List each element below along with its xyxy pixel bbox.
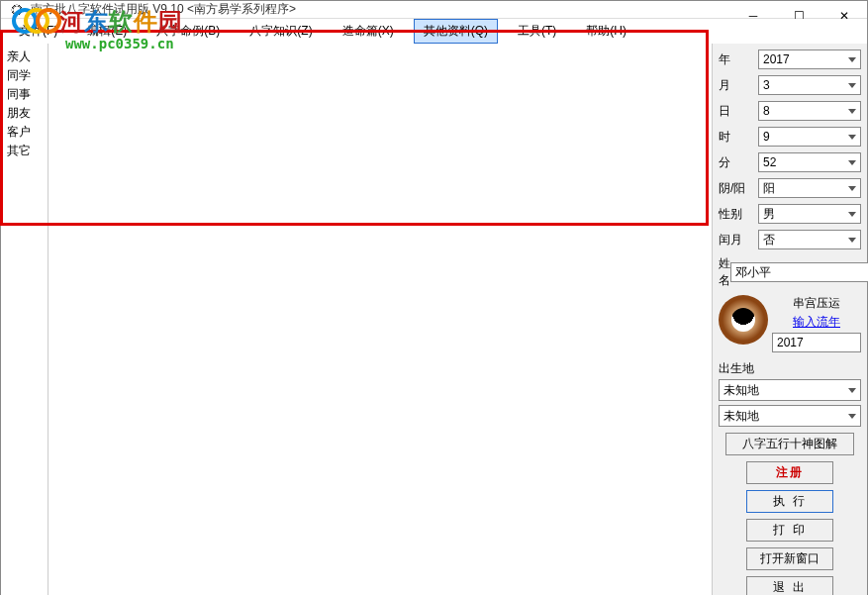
yinyang-label: 阴/阳 bbox=[719, 180, 758, 197]
list-item[interactable]: 同学 bbox=[1, 66, 48, 85]
month-label: 月 bbox=[719, 77, 758, 94]
list-item[interactable]: 朋友 bbox=[1, 104, 48, 123]
bagua-icon bbox=[719, 295, 768, 345]
year-select[interactable]: 2017 bbox=[758, 50, 861, 69]
month-select[interactable]: 3 bbox=[758, 75, 861, 95]
gender-label: 性别 bbox=[719, 206, 758, 223]
list-item[interactable]: 亲人 bbox=[1, 48, 48, 66]
menu-bazi-cases[interactable]: 八字命例(B) bbox=[146, 19, 230, 44]
birthplace-label: 出生地 bbox=[719, 360, 861, 377]
menu-zaoming[interactable]: 造命篇(X) bbox=[333, 19, 404, 44]
name-input[interactable] bbox=[730, 262, 868, 282]
birthplace-select-1[interactable]: 未知地 bbox=[719, 379, 861, 401]
hour-label: 时 bbox=[719, 129, 758, 146]
hour-select[interactable]: 9 bbox=[758, 127, 861, 147]
list-item[interactable]: 其它 bbox=[1, 142, 48, 160]
new-window-button[interactable]: 打开新窗口 bbox=[746, 547, 833, 570]
menubar: 文件(F) 编辑(E) 八字命例(B) 八字知识(Z) 造命篇(X) 其他资料(… bbox=[1, 19, 867, 44]
year-label: 年 bbox=[719, 51, 758, 68]
menu-bazi-knowledge[interactable]: 八字知识(Z) bbox=[240, 19, 322, 44]
minute-select[interactable]: 52 bbox=[758, 152, 861, 172]
exit-button[interactable]: 退 出 bbox=[746, 576, 833, 595]
list-item[interactable]: 客户 bbox=[1, 123, 48, 142]
leap-label: 闰月 bbox=[719, 232, 758, 248]
register-button[interactable]: 注册 bbox=[746, 461, 833, 484]
execute-button[interactable]: 执 行 bbox=[746, 490, 833, 513]
name-label: 姓名 bbox=[719, 255, 730, 289]
menu-file[interactable]: 文件(F) bbox=[9, 19, 67, 44]
tujie-button[interactable]: 八字五行十神图解 bbox=[725, 433, 854, 455]
menu-other-data[interactable]: 其他资料(Q) bbox=[414, 19, 498, 44]
right-panel: 年 2017 月 3 日 8 时 9 分 52 阴/阳 阳 bbox=[712, 44, 867, 595]
yinyang-select[interactable]: 阳 bbox=[758, 178, 861, 198]
leap-select[interactable]: 否 bbox=[758, 230, 861, 249]
menu-tools[interactable]: 工具(T) bbox=[508, 19, 566, 44]
app-icon bbox=[9, 2, 25, 18]
window-title: 南方批八字软件试用版 V9.10 <南方易学系列程序> bbox=[31, 1, 296, 18]
print-button[interactable]: 打 印 bbox=[746, 519, 833, 542]
content-area: 亲人 同学 同事 朋友 客户 其它 年 2017 月 3 日 8 时 bbox=[1, 44, 867, 595]
bagua-title: 串宫压运 bbox=[772, 295, 861, 312]
gender-select[interactable]: 男 bbox=[758, 204, 861, 224]
day-select[interactable]: 8 bbox=[758, 101, 861, 121]
bagua-year-input[interactable] bbox=[772, 333, 861, 352]
main-window: 南方批八字软件试用版 V9.10 <南方易学系列程序> ─ ☐ ✕ 文件(F) … bbox=[0, 0, 868, 595]
menu-help[interactable]: 帮助(H) bbox=[576, 19, 636, 44]
left-category-list: 亲人 同学 同事 朋友 客户 其它 bbox=[1, 44, 48, 595]
birthplace-select-2[interactable]: 未知地 bbox=[719, 405, 861, 427]
day-label: 日 bbox=[719, 103, 758, 120]
main-content bbox=[48, 44, 712, 595]
titlebar: 南方批八字软件试用版 V9.10 <南方易学系列程序> ─ ☐ ✕ bbox=[1, 1, 867, 19]
menu-edit[interactable]: 编辑(E) bbox=[77, 19, 137, 44]
minute-label: 分 bbox=[719, 154, 758, 171]
input-year-link[interactable]: 输入流年 bbox=[772, 314, 861, 331]
list-item[interactable]: 同事 bbox=[1, 85, 48, 104]
